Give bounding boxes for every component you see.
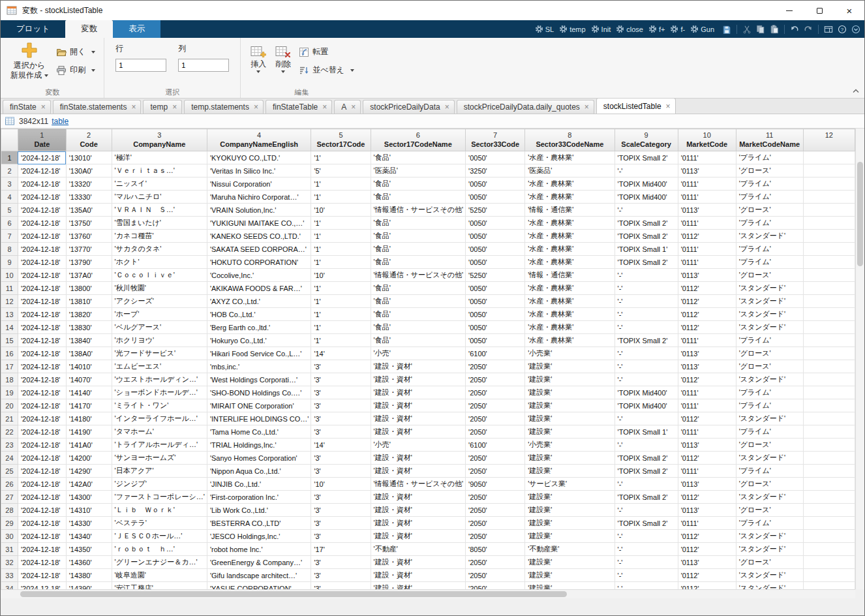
table-cell[interactable]: '2050' bbox=[466, 399, 525, 412]
table-cell[interactable]: '1' bbox=[311, 191, 371, 204]
quick-access-shortcut[interactable]: Gun bbox=[688, 25, 717, 33]
table-cell[interactable]: '建設・資材' bbox=[371, 452, 466, 465]
table-cell[interactable]: 'ホクト' bbox=[112, 256, 207, 269]
table-cell[interactable]: '9050' bbox=[466, 478, 525, 491]
table-cell[interactable]: '-' bbox=[615, 295, 678, 308]
table-cell[interactable]: '14140' bbox=[66, 386, 112, 399]
table-cell[interactable] bbox=[803, 504, 855, 517]
table-cell[interactable]: '2050' bbox=[466, 373, 525, 386]
table-cell[interactable] bbox=[803, 269, 855, 282]
table-cell[interactable] bbox=[803, 478, 855, 491]
table-cell[interactable]: '2050' bbox=[466, 491, 525, 504]
table-cell[interactable]: '6100' bbox=[466, 439, 525, 452]
table-cell[interactable]: 'スタンダード' bbox=[736, 452, 803, 465]
document-tab[interactable]: temp × bbox=[143, 100, 182, 114]
table-cell[interactable]: '2024-12-18' bbox=[18, 282, 66, 295]
vertical-scrollbar-thumb[interactable] bbox=[857, 162, 863, 266]
row-header[interactable]: 6 bbox=[1, 217, 18, 230]
table-cell[interactable]: 'スタンダード' bbox=[736, 230, 803, 243]
table-cell[interactable]: '3250' bbox=[466, 164, 525, 177]
table-cell[interactable] bbox=[803, 556, 855, 569]
row-header[interactable]: 4 bbox=[1, 191, 18, 204]
table-cell[interactable]: '0112' bbox=[678, 543, 736, 556]
table-cell[interactable]: '13810' bbox=[66, 295, 112, 308]
table-cell[interactable]: '食品' bbox=[371, 217, 466, 230]
table-cell[interactable]: 'HOKUTO CORPORATION' bbox=[207, 256, 311, 269]
table-cell[interactable]: '2024-12-18' bbox=[18, 217, 66, 230]
column-header[interactable]: 10MarketCode bbox=[678, 129, 736, 151]
table-cell[interactable] bbox=[803, 386, 855, 399]
table-cell[interactable]: '情報通信・サービスその他' bbox=[371, 269, 466, 282]
table-cell[interactable]: '1' bbox=[311, 295, 371, 308]
table-cell[interactable]: '14330' bbox=[66, 517, 112, 530]
table-cell[interactable]: '0113' bbox=[678, 347, 736, 360]
table-cell[interactable]: '情報・通信業' bbox=[525, 204, 615, 217]
table-cell[interactable]: '14290' bbox=[66, 465, 112, 478]
table-cell[interactable]: '14190' bbox=[66, 425, 112, 439]
table-cell[interactable]: '2050' bbox=[466, 530, 525, 543]
table-cell[interactable]: '食品' bbox=[371, 230, 466, 243]
table-cell[interactable]: '2024-12-18' bbox=[18, 399, 66, 412]
table-cell[interactable]: '0112' bbox=[678, 321, 736, 334]
table-cell[interactable]: 'サンヨーホームズ' bbox=[112, 452, 207, 465]
transpose-button[interactable]: 転置 bbox=[296, 45, 357, 59]
table-cell[interactable]: '水産・農林業' bbox=[525, 177, 615, 191]
row-header[interactable]: 14 bbox=[1, 321, 18, 334]
horizontal-scrollbar[interactable] bbox=[1, 589, 855, 598]
table-cell[interactable]: '建設業' bbox=[525, 465, 615, 478]
table-cell[interactable]: 'スタンダード' bbox=[736, 582, 803, 590]
document-tab[interactable]: stockListedTable × bbox=[596, 98, 676, 114]
table-cell[interactable]: '2024-12-18' bbox=[18, 256, 66, 269]
table-cell[interactable]: '1' bbox=[311, 243, 371, 256]
table-cell[interactable]: '水産・農林業' bbox=[525, 230, 615, 243]
table-cell[interactable]: '2050' bbox=[466, 517, 525, 530]
column-header[interactable]: 1Date bbox=[18, 129, 66, 151]
table-cell[interactable]: 'プライム' bbox=[736, 425, 803, 439]
sort-button[interactable]: 並べ替え bbox=[296, 63, 357, 77]
table-cell[interactable]: '2024-12-18' bbox=[18, 360, 66, 373]
table-cell[interactable]: '建設・資材' bbox=[371, 569, 466, 582]
table-cell[interactable]: '雪国まいたけ' bbox=[112, 217, 207, 230]
tab-view[interactable]: 表示 bbox=[113, 20, 160, 38]
column-header[interactable]: 11MarketCodeName bbox=[736, 129, 803, 151]
table-cell[interactable]: '3' bbox=[311, 491, 371, 504]
table-cell[interactable]: '14' bbox=[311, 347, 371, 360]
table-cell[interactable]: 'ＪＥＳＣＯホール…' bbox=[112, 530, 207, 543]
table-cell[interactable]: '2024-12-18' bbox=[18, 386, 66, 399]
table-cell[interactable]: '2024-12-18' bbox=[18, 373, 66, 386]
table-cell[interactable]: 'Tama Home Co.,Ltd.' bbox=[207, 425, 311, 439]
table-cell[interactable]: '14' bbox=[311, 439, 371, 452]
table-cell[interactable]: '0113' bbox=[678, 164, 736, 177]
table-cell[interactable]: '1' bbox=[311, 334, 371, 347]
row-header[interactable]: 29 bbox=[1, 517, 18, 530]
table-cell[interactable]: 'KANEKO SEEDS CO.,LTD.' bbox=[207, 230, 311, 243]
table-cell[interactable] bbox=[803, 230, 855, 243]
table-cell[interactable]: 'GreenEnergy & Company…' bbox=[207, 556, 311, 569]
document-tab[interactable]: finState.statements × bbox=[53, 100, 142, 114]
tab-close-icon[interactable]: × bbox=[172, 103, 177, 111]
table-cell[interactable]: 'AXYZ CO.,Ltd.' bbox=[207, 295, 311, 308]
table-cell[interactable]: '2024-12-18' bbox=[18, 164, 66, 177]
row-header[interactable]: 33 bbox=[1, 569, 18, 582]
table-cell[interactable]: 'TOPIX Mid400' bbox=[615, 191, 678, 204]
table-cell[interactable] bbox=[803, 412, 855, 425]
row-header[interactable]: 8 bbox=[1, 243, 18, 256]
table-cell[interactable]: '2024-12-18' bbox=[18, 334, 66, 347]
table-cell[interactable]: '食品' bbox=[371, 151, 466, 164]
table-cell[interactable]: '2050' bbox=[466, 504, 525, 517]
copy-button[interactable] bbox=[755, 23, 766, 35]
table-cell[interactable]: '建設業' bbox=[525, 373, 615, 386]
table-cell[interactable]: '8050' bbox=[466, 543, 525, 556]
table-cell[interactable]: '5' bbox=[311, 164, 371, 177]
document-tab[interactable]: finStateTable × bbox=[266, 100, 332, 114]
table-cell[interactable]: '0112' bbox=[678, 452, 736, 465]
quick-access-shortcut[interactable]: Init bbox=[588, 25, 614, 33]
table-cell[interactable]: '建設・資材' bbox=[371, 556, 466, 569]
table-cell[interactable]: '2050' bbox=[466, 582, 525, 590]
table-cell[interactable]: 'TOPIX Mid400' bbox=[615, 386, 678, 399]
table-cell[interactable]: '2024-12-18' bbox=[18, 543, 66, 556]
tab-close-icon[interactable]: × bbox=[254, 103, 258, 111]
table-cell[interactable]: 'Hokuryo Co.,Ltd.' bbox=[207, 334, 311, 347]
table-cell[interactable]: '水産・農林業' bbox=[525, 295, 615, 308]
table-cell[interactable]: '建設業' bbox=[525, 425, 615, 439]
